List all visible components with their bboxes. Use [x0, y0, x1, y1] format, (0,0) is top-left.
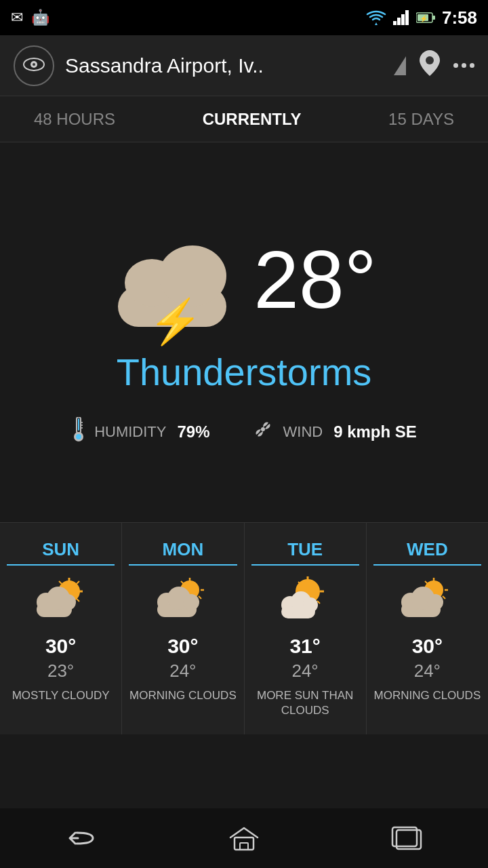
forecast-mon-high: 30° [167, 635, 198, 658]
svg-rect-63 [240, 843, 248, 850]
wind-detail: WIND 9 kmph SE [251, 417, 417, 446]
forecast-day-wed: WED 30° 24° MORNING CLOUDS [367, 523, 488, 734]
eye-button[interactable] [14, 45, 54, 86]
forecast-section: SUN 30° 23° MOSTLY CLOUDY [0, 522, 488, 734]
svg-line-27 [77, 581, 79, 584]
forecast-sun-high: 30° [45, 635, 76, 658]
forecast-icon-wed [400, 576, 454, 624]
day-wed-label: WED [407, 539, 448, 560]
svg-line-56 [425, 581, 428, 584]
weather-description: Thunderstorms [117, 350, 372, 394]
thunderstorm-weather-icon: ⚡ [111, 232, 233, 327]
battery-icon: ⚡ [416, 12, 435, 24]
status-left-icons: ✉ 🤖 [11, 9, 49, 26]
wind-label: WIND [283, 423, 323, 441]
forecast-wed-high: 30° [412, 635, 443, 658]
home-button[interactable] [210, 818, 278, 859]
svg-line-57 [443, 596, 445, 599]
wind-value: 9 kmph SE [333, 422, 417, 441]
humidity-value: 79% [177, 422, 209, 441]
forecast-sun-low: 23° [47, 660, 74, 682]
svg-line-26 [77, 599, 79, 601]
day-sun-label: SUN [42, 539, 79, 560]
home-icon [229, 825, 259, 851]
forecast-mon-desc: MORNING CLOUDS [129, 688, 237, 703]
humidity-label: HUMIDITY [94, 423, 166, 441]
svg-line-25 [59, 581, 62, 584]
forecast-icon-mon [156, 576, 210, 624]
forecast-tue-low: 24° [291, 660, 318, 682]
forecast-day-sun: SUN 30° 23° MOSTLY CLOUDY [0, 523, 122, 734]
humidity-detail: HUMIDITY 79% [71, 417, 209, 446]
location-name: Sassandra Airport, Iv.. [65, 54, 387, 77]
svg-text:⚡: ⚡ [420, 14, 428, 23]
status-bar: ✉ 🤖 ⚡ 7:58 [0, 0, 488, 35]
svg-line-37 [199, 596, 201, 599]
thermometer-icon [71, 417, 86, 446]
forecast-sun-desc: MOSTLY CLOUDY [12, 688, 110, 703]
svg-rect-3 [405, 10, 409, 25]
svg-point-31 [60, 594, 76, 610]
forecast-tue-desc: MORE SUN THAN CLOUDS [251, 688, 359, 718]
forecast-day-mon: MON 30° 24° MORNING CLOUDS [122, 523, 244, 734]
svg-point-41 [183, 594, 199, 610]
location-pin-icon[interactable] [420, 50, 440, 81]
svg-rect-0 [393, 21, 396, 25]
svg-point-51 [303, 597, 318, 612]
signal-triangle-icon [394, 56, 406, 75]
svg-rect-13 [78, 418, 79, 431]
back-icon [64, 825, 98, 851]
temperature-display: 28° [253, 239, 376, 320]
weather-icon-temp: ⚡ 28° [111, 232, 376, 327]
more-menu-icon[interactable] [453, 63, 474, 68]
top-bar-actions [394, 50, 474, 81]
svg-point-15 [76, 434, 81, 439]
forecast-tue-high: 31° [289, 635, 320, 658]
tab-bar: 48 HOURS CURRENTLY 15 DAYS [0, 96, 488, 142]
eye-icon [23, 55, 45, 76]
svg-point-11 [426, 56, 434, 64]
tab-15days[interactable]: 15 DAYS [375, 103, 468, 136]
forecast-wed-low: 24° [414, 660, 441, 682]
forecast-icon-tue [278, 576, 332, 624]
forecast-icon-sun [34, 576, 88, 624]
main-weather: ⚡ 28° Thunderstorms HUMIDITY 79% [0, 142, 488, 522]
recent-button[interactable] [373, 818, 441, 859]
top-bar: Sassandra Airport, Iv.. [0, 35, 488, 96]
wind-fan-icon [251, 417, 275, 446]
svg-line-36 [181, 581, 184, 584]
svg-rect-1 [397, 18, 401, 25]
wifi-icon [366, 10, 386, 25]
svg-point-10 [33, 63, 35, 66]
forecast-mon-low: 24° [169, 660, 196, 682]
nav-bar [0, 808, 488, 868]
svg-point-19 [261, 427, 265, 431]
svg-rect-2 [401, 14, 405, 25]
tab-currently[interactable]: CURRENTLY [189, 103, 315, 136]
forecast-wed-desc: MORNING CLOUDS [374, 688, 481, 703]
tab-48hours[interactable]: 48 HOURS [20, 103, 129, 136]
status-right-icons: ⚡ 7:58 [366, 7, 477, 28]
android-icon: 🤖 [31, 9, 49, 26]
back-button[interactable] [47, 818, 115, 859]
recent-icon [391, 826, 422, 850]
signal-icon [393, 10, 409, 25]
gmail-icon: ✉ [11, 9, 23, 26]
weather-details: HUMIDITY 79% WIND 9 kmph SE [71, 417, 417, 446]
svg-rect-5 [432, 16, 435, 20]
time-display: 7:58 [442, 7, 477, 28]
lightning-icon: ⚡ [148, 296, 203, 347]
forecast-day-tue: TUE 31° 24° MORE SUN THAN CLOUDS [245, 523, 367, 734]
svg-point-61 [427, 594, 443, 610]
day-tue-label: TUE [287, 539, 323, 560]
day-mon-label: MON [163, 539, 204, 560]
